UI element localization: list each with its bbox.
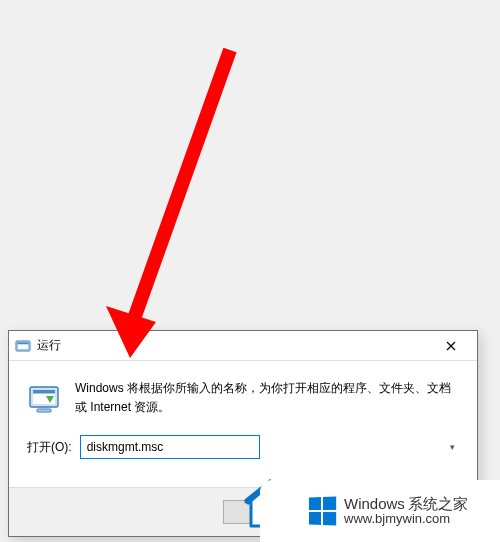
open-input-row: 打开(O): ▾ [27, 435, 459, 459]
dialog-title: 运行 [37, 337, 431, 354]
run-dialog-icon [15, 338, 31, 354]
command-input[interactable] [80, 435, 260, 459]
watermark-text: Windows 系统之家 www.bjmywin.com [344, 495, 468, 528]
description-text: Windows 将根据你所输入的名称，为你打开相应的程序、文件夹、文档或 Int… [75, 379, 459, 417]
watermark-logo: Windows 系统之家 www.bjmywin.com [308, 495, 468, 528]
watermark: Windows 系统之家 www.bjmywin.com [240, 466, 500, 542]
red-arrow-annotation [100, 40, 260, 360]
watermark-panel: Windows 系统之家 www.bjmywin.com [260, 480, 500, 542]
desktop-background: 运行 [0, 0, 500, 542]
chevron-down-icon: ▾ [450, 442, 455, 452]
close-button[interactable] [431, 332, 471, 360]
run-program-icon [27, 381, 63, 417]
description-row: Windows 将根据你所输入的名称，为你打开相应的程序、文件夹、文档或 Int… [27, 379, 459, 417]
svg-rect-7 [37, 409, 51, 412]
open-label: 打开(O): [27, 439, 72, 456]
titlebar[interactable]: 运行 [9, 331, 477, 361]
command-input-wrapper: ▾ [80, 435, 459, 459]
watermark-url: www.bjmywin.com [344, 512, 468, 527]
svg-rect-3 [18, 342, 29, 344]
watermark-brand: Windows [344, 495, 405, 512]
close-icon [446, 338, 456, 354]
watermark-tagline: 系统之家 [408, 495, 468, 512]
windows-logo-icon [309, 496, 336, 525]
svg-rect-6 [33, 390, 55, 394]
